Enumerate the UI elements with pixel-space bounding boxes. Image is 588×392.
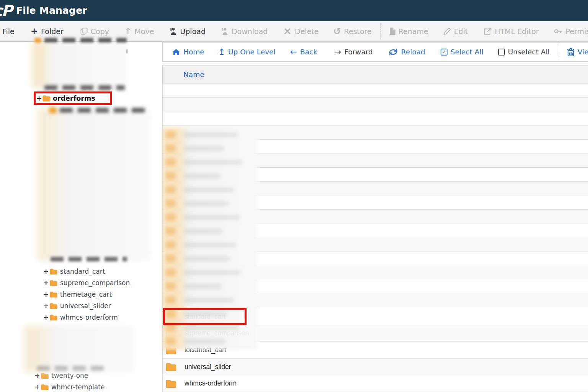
reload-button[interactable]: Reload <box>388 48 425 56</box>
folder-icon <box>50 314 57 320</box>
restore-icon: ↺ <box>333 27 341 36</box>
blurred-region <box>37 108 151 261</box>
restore-button[interactable]: ↺ Restore <box>333 27 371 36</box>
toolbar-divider <box>559 42 559 61</box>
tree-expander-icon[interactable]: + <box>43 302 50 310</box>
blurred-region <box>31 42 127 89</box>
back-button[interactable]: ← Back <box>290 48 317 56</box>
blurred-region <box>24 325 135 373</box>
delete-button[interactable]: × Delete <box>283 27 318 36</box>
tree-expander-icon[interactable]: + <box>36 95 42 102</box>
home-icon <box>172 49 180 56</box>
file-list-panel: Home ↥ Up One Level ← Back → Forward Rel… <box>162 42 588 392</box>
folder-icon <box>50 280 57 286</box>
blurred-text <box>49 107 150 113</box>
folder-icon <box>166 346 176 354</box>
blurred-text <box>44 85 125 90</box>
html-editor-button[interactable]: HTML Editor <box>484 27 539 36</box>
copy-button[interactable]: Copy <box>80 27 109 36</box>
move-button[interactable]: ⇧ Move <box>124 27 154 36</box>
select-all-button[interactable]: ✓ Select All <box>441 48 483 56</box>
app-header: cP File Manager <box>0 0 588 21</box>
blurred-text <box>51 257 127 261</box>
download-icon <box>221 28 229 35</box>
edit-pencil-icon <box>444 28 451 35</box>
tree-expander-icon[interactable]: + <box>43 314 50 321</box>
edit-button[interactable]: Edit <box>444 27 468 36</box>
file-list-empty-rows <box>163 83 588 309</box>
left-arrow-icon: ← <box>290 48 297 56</box>
upload-icon <box>169 28 177 35</box>
forward-button[interactable]: → Forward <box>334 48 373 56</box>
folder-icon <box>41 372 49 379</box>
move-icon: ⇧ <box>124 27 131 36</box>
key-icon <box>554 29 563 34</box>
page-title: File Manager <box>16 5 87 16</box>
upload-button[interactable]: Upload <box>169 27 206 36</box>
download-button[interactable]: Download <box>221 27 268 36</box>
navigation-toolbar: Home ↥ Up One Level ← Back → Forward Rel… <box>162 42 588 62</box>
column-header-name[interactable]: Name <box>162 65 588 83</box>
tree-item-whmcs-orderform[interactable]: + whmcs-orderform <box>43 312 118 323</box>
folder-icon <box>166 379 176 388</box>
file-manager-window: cP File Manager File + Folder Copy ⇧ Mov… <box>0 0 588 392</box>
view-trash-button[interactable]: View Trash <box>567 48 588 56</box>
folder-rows: standard_cart supreme_comparison locatho… <box>163 309 588 392</box>
file-row-locathost-cart[interactable]: locathost_cart <box>163 342 588 359</box>
tree-expander-icon[interactable]: + <box>34 372 41 379</box>
tree-item-themetage-cart[interactable]: + themetage_cart <box>43 289 112 300</box>
trash-icon <box>567 48 575 56</box>
html-editor-icon <box>484 28 492 35</box>
reload-icon <box>388 48 398 56</box>
toolbar-divider <box>380 23 381 39</box>
empty-checkbox-icon <box>498 49 505 56</box>
rename-button[interactable]: Rename <box>390 27 428 36</box>
folder-icon <box>166 363 176 371</box>
tree-item-supreme-comparison[interactable]: + supreme_comparison <box>43 277 130 289</box>
delete-x-icon: × <box>283 26 292 36</box>
tree-item-standard-cart[interactable]: + standard_cart <box>43 266 105 277</box>
tree-item-orderforms[interactable]: + orderforms <box>36 95 95 102</box>
tree-expander-icon[interactable]: + <box>34 383 41 391</box>
permissions-button[interactable]: Permissions <box>554 27 588 36</box>
copy-icon <box>80 28 88 35</box>
tree-item-twenty-one[interactable]: + twenty-one <box>34 370 88 381</box>
folder-icon <box>166 312 176 321</box>
checked-checkbox-icon: ✓ <box>441 49 448 56</box>
file-row-supreme-comparison[interactable]: supreme_comparison <box>163 325 588 342</box>
highlight-box-orderforms: + orderforms <box>34 91 112 105</box>
folder-icon <box>50 268 57 274</box>
home-button[interactable]: Home <box>172 48 204 56</box>
up-one-level-button[interactable]: ↥ Up One Level <box>218 48 276 56</box>
file-list: standard_cart supreme_comparison locatho… <box>162 83 588 392</box>
file-menu-button[interactable]: File <box>2 27 15 36</box>
blurred-artifact <box>126 49 127 53</box>
folder-icon <box>50 291 57 297</box>
rename-icon <box>390 28 395 35</box>
tree-item-whmcr-template[interactable]: + whmcr-template <box>34 381 105 392</box>
file-row-whmcs-orderform[interactable]: whmcs-orderform <box>163 375 588 392</box>
folder-icon <box>166 329 176 338</box>
unselect-all-button[interactable]: Unselect All <box>498 48 550 56</box>
up-arrow-icon: ↥ <box>218 48 225 56</box>
new-folder-button[interactable]: + Folder <box>31 27 64 36</box>
folder-icon <box>41 384 49 390</box>
plus-icon: + <box>31 27 38 36</box>
tree-item-universal-slider[interactable]: + universal_slider <box>43 300 111 312</box>
folder-icon <box>50 303 57 309</box>
folder-icon <box>42 95 51 101</box>
tree-expander-icon[interactable]: + <box>43 279 50 287</box>
file-row-standard-cart[interactable]: standard_cart <box>163 309 588 325</box>
right-arrow-icon: → <box>334 48 341 56</box>
tree-expander-icon[interactable]: + <box>43 291 50 298</box>
file-row-universal-slider[interactable]: universal_slider <box>163 359 588 376</box>
tree-expander-icon[interactable]: + <box>43 268 50 275</box>
cpanel-logo: cP <box>0 1 11 20</box>
primary-toolbar: File + Folder Copy ⇧ Move Upload Downlo <box>0 21 588 42</box>
